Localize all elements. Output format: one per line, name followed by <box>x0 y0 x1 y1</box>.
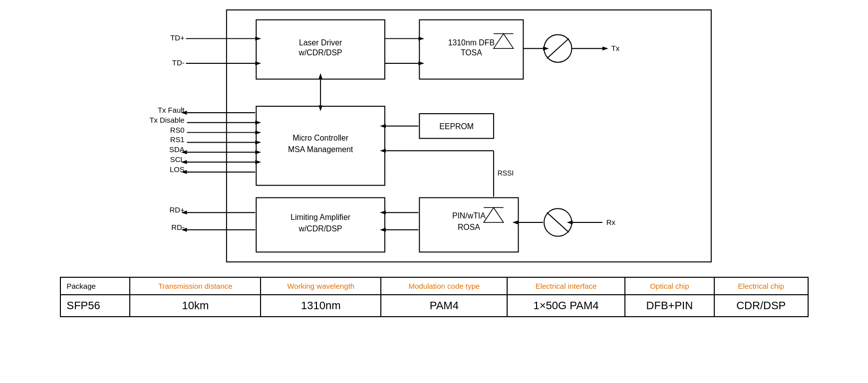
cell-package: SFP56 <box>60 295 130 317</box>
svg-text:Laser Driver: Laser Driver <box>298 38 342 47</box>
svg-marker-61 <box>380 124 386 128</box>
svg-marker-45 <box>181 111 187 115</box>
svg-marker-49 <box>255 131 261 135</box>
svg-rect-4 <box>419 20 523 79</box>
svg-marker-53 <box>255 150 261 154</box>
svg-text:MSA Management: MSA Management <box>288 145 353 154</box>
svg-marker-56 <box>255 160 261 164</box>
svg-marker-34 <box>255 36 261 40</box>
svg-marker-64 <box>380 149 386 153</box>
svg-marker-38 <box>418 36 424 40</box>
svg-text:w/CDR/DSP: w/CDR/DSP <box>298 224 342 233</box>
svg-marker-67 <box>181 210 187 214</box>
svg-marker-54 <box>181 150 187 154</box>
col-header-elec-chip: Electrical chip <box>714 277 808 295</box>
svg-marker-51 <box>255 140 261 144</box>
svg-text:ROSA: ROSA <box>457 223 480 231</box>
svg-marker-20 <box>484 207 504 222</box>
svg-marker-69 <box>181 228 187 232</box>
svg-point-74 <box>544 34 571 62</box>
col-header-optical: Optical chip <box>625 277 714 295</box>
svg-rect-9 <box>256 106 385 186</box>
svg-rect-1 <box>256 20 385 79</box>
svg-marker-36 <box>255 61 261 65</box>
svg-marker-43 <box>318 105 322 111</box>
svg-text:Rx: Rx <box>606 218 615 226</box>
svg-rect-14 <box>256 197 385 252</box>
spec-table: Package Transmission distance Working wa… <box>60 277 809 317</box>
svg-text:SDA: SDA <box>169 146 185 154</box>
svg-rect-0 <box>226 10 711 262</box>
svg-marker-79 <box>602 46 608 50</box>
col-header-modulation: Modulation code type <box>381 277 507 295</box>
col-header-electrical: Electrical interface <box>507 277 625 295</box>
svg-marker-86 <box>567 220 573 224</box>
svg-marker-40 <box>418 61 424 65</box>
svg-marker-59 <box>181 170 187 174</box>
cell-modulation: PAM4 <box>381 295 507 317</box>
diagram-area: Laser Driver w/CDR/DSP 1310nm DFB TOSA M… <box>60 5 809 274</box>
svg-line-75 <box>547 38 569 58</box>
svg-marker-57 <box>181 160 187 164</box>
svg-text:w/CDR/DSP: w/CDR/DSP <box>298 48 342 57</box>
svg-text:RS0: RS0 <box>170 126 184 134</box>
svg-text:Micro Controller: Micro Controller <box>292 134 349 142</box>
svg-rect-17 <box>419 197 518 252</box>
cell-electrical: 1×50G PAM4 <box>507 295 625 317</box>
svg-marker-77 <box>543 46 549 50</box>
svg-text:Tx Disable: Tx Disable <box>149 116 184 124</box>
diagram-svg: Laser Driver w/CDR/DSP 1310nm DFB TOSA M… <box>60 5 809 274</box>
col-header-distance: Transmission distance <box>130 277 261 295</box>
svg-text:LOS: LOS <box>169 166 184 174</box>
svg-text:EEPROM: EEPROM <box>439 122 474 131</box>
cell-wavelength: 1310nm <box>261 295 381 317</box>
col-header-wavelength: Working wavelength <box>261 277 381 295</box>
svg-marker-42 <box>318 73 322 79</box>
svg-marker-47 <box>255 121 261 125</box>
cell-elec-chip: CDR/DSP <box>714 295 808 317</box>
svg-point-81 <box>544 208 571 236</box>
cell-optical-chip: DFB+PIN <box>625 295 714 317</box>
svg-marker-7 <box>493 33 513 48</box>
svg-text:RD-: RD- <box>171 223 184 231</box>
col-header-package: Package <box>60 277 130 295</box>
svg-text:TD-: TD- <box>172 59 184 67</box>
svg-marker-71 <box>380 210 386 214</box>
svg-marker-84 <box>512 220 518 224</box>
svg-text:TD+: TD+ <box>170 34 185 42</box>
svg-text:1310nm DFB: 1310nm DFB <box>448 38 494 47</box>
svg-text:Tx Fault: Tx Fault <box>157 106 185 114</box>
svg-marker-73 <box>380 228 386 232</box>
svg-text:PIN/wTIA: PIN/wTIA <box>452 211 485 220</box>
main-container: Laser Driver w/CDR/DSP 1310nm DFB TOSA M… <box>0 0 868 383</box>
svg-text:RD+: RD+ <box>169 206 184 214</box>
cell-distance: 10km <box>130 295 261 317</box>
svg-line-82 <box>547 212 569 232</box>
svg-text:TOSA: TOSA <box>460 48 482 57</box>
svg-text:RS1: RS1 <box>170 136 184 144</box>
svg-text:RSSI: RSSI <box>497 169 513 177</box>
svg-rect-12 <box>419 114 494 139</box>
svg-text:Limiting Amplifier: Limiting Amplifier <box>290 213 350 221</box>
svg-text:Tx: Tx <box>611 44 619 52</box>
svg-text:SCL: SCL <box>170 156 184 164</box>
